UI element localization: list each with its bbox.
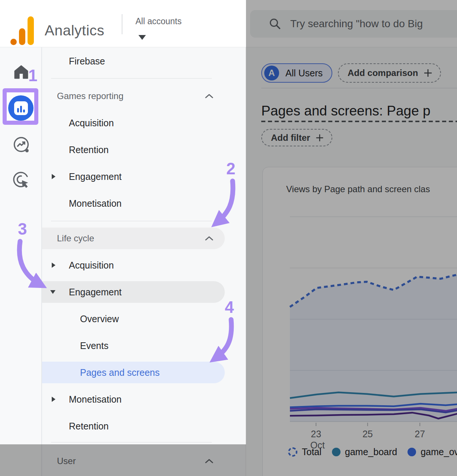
home-icon[interactable] xyxy=(13,64,29,80)
app-title: Analytics xyxy=(45,22,105,39)
nav-item-lc-monetisation[interactable]: Monetisation xyxy=(42,388,225,410)
ga4-app-window: Analytics All accounts xyxy=(0,0,457,476)
collapse-down-icon[interactable] xyxy=(50,290,55,294)
expand-right-icon[interactable] xyxy=(52,397,55,402)
divider xyxy=(51,442,212,442)
advertising-icon[interactable] xyxy=(12,171,31,189)
expand-right-icon[interactable] xyxy=(52,174,55,179)
analytics-logo-icon xyxy=(19,28,25,45)
nav-item-games-acquisition[interactable]: Acquisition xyxy=(42,112,225,134)
annotation-number-2: 2 xyxy=(226,159,235,178)
bar-chart-glyph xyxy=(14,101,28,115)
reports-icon[interactable] xyxy=(8,95,33,121)
nav-item-lc-retention[interactable]: Retention xyxy=(42,415,225,437)
expand-right-icon[interactable] xyxy=(52,263,55,268)
nav-item-games-engagement[interactable]: Engagement xyxy=(42,166,225,187)
nav-item-games-retention[interactable]: Retention xyxy=(42,139,225,161)
nav-item-firebase[interactable]: Firebase xyxy=(42,50,225,72)
nav-section-games-reporting[interactable]: Games reporting xyxy=(42,85,225,107)
nav-section-life-cycle[interactable]: Life cycle xyxy=(42,228,225,249)
analytics-logo-icon xyxy=(28,16,34,45)
chevron-up-icon xyxy=(205,94,213,98)
annotation-number-3: 3 xyxy=(18,220,27,238)
annotation-number-4: 4 xyxy=(225,298,234,317)
annotation-number-1: 1 xyxy=(28,66,37,85)
nav-item-lc-engagement[interactable]: Engagement xyxy=(42,281,225,303)
nav-item-pages-and-screens[interactable]: Pages and screens xyxy=(42,362,225,383)
explore-icon[interactable] xyxy=(12,136,30,153)
dim-overlay xyxy=(246,0,457,476)
chevron-down-icon[interactable] xyxy=(138,35,146,40)
nav-item-games-monetisation[interactable]: Monetisation xyxy=(42,193,225,214)
account-switcher[interactable]: All accounts xyxy=(135,16,182,26)
nav-item-overview[interactable]: Overview xyxy=(42,308,225,330)
chevron-up-icon xyxy=(205,236,213,241)
nav-item-events[interactable]: Events xyxy=(42,335,225,356)
dim-overlay xyxy=(0,444,246,476)
divider xyxy=(51,78,212,79)
report-nav-drawer: Firebase Games reporting Acquisition Ret… xyxy=(42,47,246,476)
divider xyxy=(51,221,212,221)
header-divider xyxy=(122,14,122,34)
nav-item-lc-acquisition[interactable]: Acquisition xyxy=(42,254,225,276)
analytics-logo-icon xyxy=(10,39,17,45)
